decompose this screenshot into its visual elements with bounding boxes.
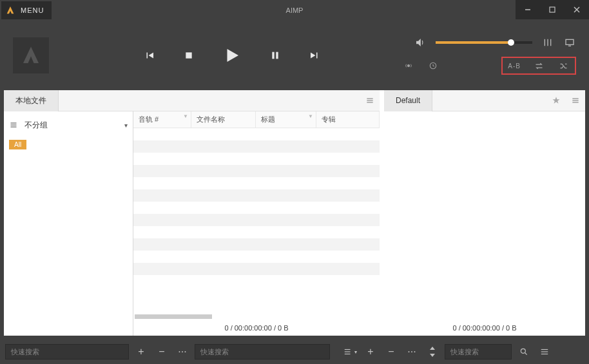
table-row <box>133 226 380 238</box>
column-headers: 音轨 #▼ 文件名称 标题▼ 专辑 <box>133 111 380 128</box>
sidebar: 不分组 ▾ All <box>4 111 133 336</box>
radio-icon[interactable] <box>402 59 415 72</box>
playlist-body <box>384 111 585 320</box>
right-status: 0 / 00:00:00:00 / 0 B <box>384 320 585 336</box>
main-area: 本地文件 不分组 ▾ All 音轨 #▼ 文件名称 标题▼ 专辑 <box>4 90 585 336</box>
table-rows <box>133 128 380 314</box>
play-button[interactable] <box>222 46 242 65</box>
table-row <box>133 275 380 287</box>
volume-slider[interactable] <box>436 41 532 44</box>
playback-mode-highlight: A-B <box>501 57 576 75</box>
menu-icon[interactable] <box>536 344 553 359</box>
col-album[interactable]: 专辑 <box>316 111 380 128</box>
right-panel: Default 0 / 00:00:00:00 / 0 B <box>384 90 585 336</box>
secondary-row: A-B <box>402 57 576 75</box>
sort-menu-button[interactable]: ▾ <box>342 344 358 359</box>
sort-updown-button[interactable] <box>424 344 441 359</box>
player-bar: A-B <box>0 21 589 90</box>
remove-playlist-button[interactable]: − <box>383 344 400 359</box>
table-row <box>133 238 380 251</box>
maximize-button[interactable] <box>540 0 565 19</box>
favorite-icon[interactable] <box>546 96 566 105</box>
svg-point-12 <box>408 64 410 67</box>
volume-fill <box>436 41 511 44</box>
window-controls <box>516 0 589 19</box>
search-icon[interactable] <box>516 344 532 359</box>
tab-label: Default <box>396 96 420 105</box>
left-tab-menu-icon[interactable] <box>360 96 380 105</box>
svg-rect-5 <box>272 52 274 59</box>
group-selector[interactable]: 不分组 ▾ <box>9 115 128 135</box>
bottom-toolbar: 快速搜索 + − ··· 快速搜索 ▾ + − ··· 快速搜索 <box>0 340 589 364</box>
ab-repeat-button[interactable]: A-B <box>508 62 521 70</box>
table-row <box>133 177 380 189</box>
svg-point-26 <box>521 349 525 353</box>
close-button[interactable] <box>565 0 589 19</box>
transport-controls <box>62 46 402 65</box>
chevron-down-icon: ▾ <box>124 122 128 129</box>
shuffle-icon[interactable] <box>557 59 570 72</box>
table-row <box>133 251 380 263</box>
add-playlist-button[interactable]: + <box>362 344 379 359</box>
clock-icon[interactable] <box>427 59 439 72</box>
table-area: 音轨 #▼ 文件名称 标题▼ 专辑 <box>133 111 380 336</box>
menu-label: MENU <box>21 6 44 14</box>
table-row <box>133 165 380 177</box>
col-title[interactable]: 标题▼ <box>256 111 316 128</box>
stop-button[interactable] <box>184 50 194 61</box>
col-filename[interactable]: 文件名称 <box>191 111 256 128</box>
app-logo-large-icon <box>19 44 43 67</box>
repeat-icon[interactable] <box>532 59 545 72</box>
pause-button[interactable] <box>270 50 280 61</box>
volume-icon[interactable] <box>414 36 427 49</box>
album-art <box>13 37 49 73</box>
svg-rect-1 <box>550 7 555 12</box>
table-row <box>133 128 380 140</box>
left-panel: 本地文件 不分组 ▾ All 音轨 #▼ 文件名称 标题▼ 专辑 <box>4 90 380 336</box>
table-row <box>133 263 380 275</box>
svg-line-27 <box>525 353 527 355</box>
svg-rect-6 <box>276 52 278 59</box>
filter-icon[interactable]: ▼ <box>308 113 313 119</box>
right-controls: A-B <box>402 36 576 75</box>
left-status: 0 / 00:00:00:00 / 0 B <box>133 320 380 336</box>
tab-local-files[interactable]: 本地文件 <box>4 90 59 111</box>
left-tab-header: 本地文件 <box>4 90 380 111</box>
group-label: 不分组 <box>24 120 48 131</box>
add-button[interactable]: + <box>133 344 150 359</box>
right-tab-menu-icon[interactable] <box>566 96 585 105</box>
svg-rect-10 <box>566 39 574 44</box>
remove-button[interactable]: − <box>153 344 170 359</box>
badge-all[interactable]: All <box>9 140 26 149</box>
more-button[interactable]: ··· <box>174 344 191 359</box>
horizontal-scrollbar[interactable] <box>133 314 380 320</box>
equalizer-icon[interactable] <box>541 36 554 49</box>
hamburger-icon <box>9 121 18 129</box>
filter-icon[interactable]: ▼ <box>183 113 188 119</box>
menu-button[interactable]: MENU <box>1 1 52 19</box>
search-input-middle[interactable]: 快速搜索 <box>195 344 330 359</box>
minimize-button[interactable] <box>516 0 540 19</box>
col-track[interactable]: 音轨 #▼ <box>133 111 191 128</box>
app-title: AIMP <box>286 6 304 14</box>
scrollbar-thumb[interactable] <box>135 314 212 319</box>
volume-thumb[interactable] <box>508 39 514 46</box>
left-body: 不分组 ▾ All 音轨 #▼ 文件名称 标题▼ 专辑 <box>4 111 380 336</box>
tab-default[interactable]: Default <box>384 90 432 111</box>
table-row <box>133 214 380 226</box>
svg-rect-4 <box>186 52 191 58</box>
next-button[interactable] <box>309 50 320 61</box>
right-tab-header: Default <box>384 90 585 111</box>
search-input-left[interactable]: 快速搜索 <box>5 344 129 359</box>
tab-label: 本地文件 <box>15 95 46 106</box>
titlebar: MENU AIMP <box>0 0 589 21</box>
volume-row <box>414 36 576 49</box>
more-playlist-button[interactable]: ··· <box>403 344 420 359</box>
table-row <box>133 189 380 202</box>
app-logo-icon <box>5 5 15 15</box>
table-row <box>133 153 380 165</box>
table-row <box>133 202 380 214</box>
display-icon[interactable] <box>563 36 576 49</box>
search-input-right[interactable]: 快速搜索 <box>445 344 512 359</box>
previous-button[interactable] <box>144 50 155 61</box>
